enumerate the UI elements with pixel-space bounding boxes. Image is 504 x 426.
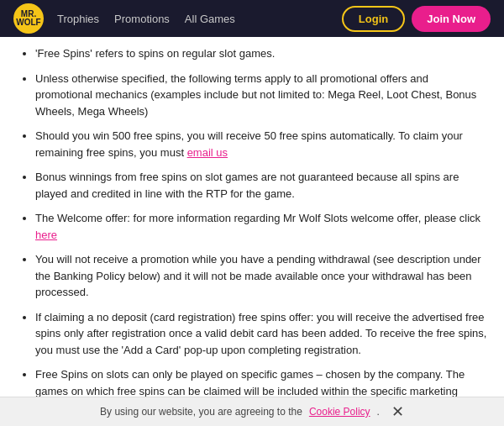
bullet-text: If claiming a no deposit (card registrat… — [35, 311, 486, 356]
bullet-text: 'Free Spins' refers to spins on regular … — [35, 47, 275, 60]
nav-trophies[interactable]: Trophies — [57, 13, 99, 25]
terms-list: 'Free Spins' refers to spins on regular … — [17, 45, 487, 426]
logo-icon: MR.WOLF — [13, 3, 44, 34]
cookie-bar: By using our website, you are agreeing t… — [0, 397, 504, 426]
header-buttons: Login Join Now — [342, 6, 491, 32]
main-header: MR.WOLF Trophies Promotions All Games Lo… — [0, 0, 504, 37]
bullet-text: Unless otherwise specified, the followin… — [35, 72, 476, 118]
main-nav: Trophies Promotions All Games — [57, 13, 342, 25]
list-item: Bonus winnings from free spins on slot g… — [35, 169, 487, 202]
bullet-text: Bonus winnings from free spins on slot g… — [35, 171, 459, 200]
logo[interactable]: MR.WOLF — [13, 3, 44, 34]
cookie-text-before: By using our website, you are agreeing t… — [100, 406, 302, 418]
join-button[interactable]: Join Now — [412, 6, 491, 32]
list-item: Unless otherwise specified, the followin… — [35, 71, 487, 120]
list-item: If claiming a no deposit (card registrat… — [35, 309, 487, 359]
here-link[interactable]: here — [35, 229, 57, 241]
list-item: You will not receive a promotion while y… — [35, 251, 487, 301]
nav-all-games[interactable]: All Games — [185, 13, 235, 25]
cookie-close-button[interactable]: ✕ — [391, 404, 404, 419]
bullet-text-before: The Welcome offer: for more information … — [35, 212, 480, 224]
email-us-link[interactable]: email us — [187, 146, 228, 159]
bullet-text-before: Should you win 500 free spins, you will … — [35, 129, 463, 159]
login-button[interactable]: Login — [342, 6, 405, 32]
list-item: 'Free Spins' refers to spins on regular … — [35, 45, 487, 62]
cookie-text-after: . — [377, 406, 380, 418]
list-item: Should you win 500 free spins, you will … — [35, 128, 487, 160]
list-item: The Welcome offer: for more information … — [35, 210, 487, 243]
cookie-policy-link[interactable]: Cookie Policy — [309, 406, 370, 418]
main-content: 'Free Spins' refers to spins on regular … — [0, 37, 504, 426]
bullet-text: You will not receive a promotion while y… — [35, 253, 481, 298]
nav-promotions[interactable]: Promotions — [114, 13, 170, 25]
